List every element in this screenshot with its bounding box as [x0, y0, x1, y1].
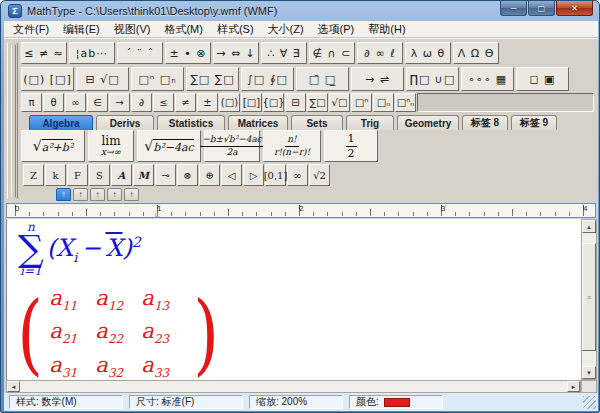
palette-greek-uppercase[interactable]: Λ Ω Θ — [453, 42, 499, 64]
palette-spaces-ellipses[interactable]: ¦ab⋯ — [69, 42, 115, 64]
menu-item-file[interactable]: 文件(F) — [6, 22, 56, 37]
quick-superscript-template[interactable]: □ⁿ — [351, 93, 372, 112]
status-color[interactable]: 颜色: — [349, 395, 443, 409]
matrix-expression[interactable]: ( a11 a12 a13 a21 a22 a23 a31 a32 a33 ) — [13, 287, 224, 380]
template-matrices[interactable]: ∘∘∘ ▦ — [461, 67, 514, 91]
equation-canvas[interactable]: n ∑ i=1 (Xi−X)2 ( a11 a12 a13 a21 a22 a2… — [6, 219, 581, 380]
status-zoom[interactable]: 缩放: 200% — [249, 395, 343, 409]
title-bar[interactable]: Σ MathType - C:\Users\think01\Desktop\y.… — [1, 1, 600, 21]
vertical-scrollbar[interactable]: ▲ ≡ ▼ — [581, 219, 597, 380]
scroll-down-arrow-icon[interactable]: ▼ — [582, 366, 596, 379]
quick-sum-template[interactable]: ∑□ — [307, 93, 328, 112]
template-products-set-theory[interactable]: ∏□ ∪□ — [406, 67, 459, 91]
style-fraktur-A[interactable]: A — [111, 164, 132, 186]
vertical-scroll-thumb[interactable]: ≡ — [582, 243, 596, 351]
palette-greek-lowercase[interactable]: λ ω θ — [405, 42, 451, 64]
scroll-left-arrow-icon[interactable]: ◄ — [7, 381, 20, 392]
horizontal-scrollbar[interactable]: ◄ ► — [6, 380, 581, 393]
quick-pi[interactable]: π — [21, 93, 42, 112]
status-style[interactable]: 样式: 数学(M) — [9, 395, 123, 409]
expr-combinations[interactable]: n! r!(n−r)! — [263, 130, 321, 162]
palette-operator-symbols[interactable]: ± • ⊗ — [165, 42, 211, 64]
palette-logic-symbols[interactable]: ∴ ∀ ∃ — [261, 42, 307, 64]
menu-item-size[interactable]: 大小(Z) — [261, 22, 311, 37]
template-subscripts-superscripts[interactable]: □ⁿ □ₙ — [131, 67, 184, 91]
expr-limit[interactable]: lim x→∞ — [88, 130, 134, 162]
status-size[interactable]: 尺寸: 标准(F) — [129, 395, 243, 409]
small-tab-3[interactable]: ↑ — [90, 188, 105, 201]
tab-trig[interactable]: Trig — [346, 115, 394, 130]
quick-subsuperscript-template[interactable]: □ⁿₙ — [395, 93, 416, 112]
template-fractions-radicals[interactable]: ⊟ √□ — [76, 67, 129, 91]
small-tab-2[interactable]: ↑ — [73, 188, 88, 201]
quick-plus-minus[interactable]: ± — [197, 93, 218, 112]
template-underbars-overbars[interactable]: □̄ □̲ — [296, 67, 349, 91]
quick-less-equal[interactable]: ≤ — [153, 93, 174, 112]
quick-element-of[interactable]: ∈ — [87, 93, 108, 112]
close-button[interactable]: ✕ — [556, 1, 593, 16]
expr-sqrt-discriminant[interactable]: √b²−4ac — [137, 130, 201, 162]
scroll-right-arrow-icon[interactable]: ► — [567, 381, 580, 392]
template-fences[interactable]: (□) [□] — [21, 67, 74, 91]
small-tab-1[interactable]: ↑ — [56, 188, 71, 201]
quick-parentheses-template[interactable]: (□) — [219, 93, 240, 112]
menu-item-view[interactable]: 视图(V) — [107, 22, 158, 37]
tab-stop-marker[interactable]: ∟ — [154, 211, 161, 218]
style-circled-plus[interactable]: ⊕ — [199, 164, 220, 186]
small-tab-4[interactable]: ↑ — [107, 188, 122, 201]
template-labeled-arrows[interactable]: → ⇌ — [351, 67, 404, 91]
expr-sqrt-a2-plus-b2[interactable]: √a²+b² — [21, 130, 85, 162]
summation-expression[interactable]: n ∑ i=1 (Xi−X)2 — [18, 221, 141, 277]
style-letter-S[interactable]: S — [89, 164, 110, 186]
style-letter-Z[interactable]: Z — [23, 164, 44, 186]
template-boxes[interactable]: ◻ ▣ — [516, 67, 569, 91]
tab-geometry[interactable]: Geometry — [397, 115, 459, 130]
quick-infinity[interactable]: ∞ — [65, 93, 86, 112]
quick-theta[interactable]: θ — [43, 93, 64, 112]
quick-fraction-template[interactable]: ⊟ — [285, 93, 306, 112]
toolbar-gripper[interactable] — [7, 43, 18, 199]
tab-derivs[interactable]: Derivs — [96, 115, 154, 130]
palette-set-theory-symbols[interactable]: ∉ ∩ ⊂ — [309, 42, 355, 64]
horizontal-scroll-track[interactable] — [20, 381, 567, 392]
quick-sqrt-template[interactable]: √□ — [329, 93, 350, 112]
vertical-scroll-track[interactable] — [582, 351, 596, 366]
quick-right-arrow[interactable]: → — [109, 93, 130, 112]
template-summations[interactable]: ∑□ ∑□ — [186, 67, 239, 91]
style-letter-F[interactable]: F — [67, 164, 88, 186]
ruler[interactable]: 0 1 2 3 4 ∟ — [6, 203, 596, 218]
style-fraktur-M[interactable]: M — [133, 164, 154, 186]
style-sqrt-2[interactable]: √2 — [309, 164, 330, 186]
tab-matrices[interactable]: Matrices — [228, 115, 288, 130]
quick-not-equal[interactable]: ≠ — [175, 93, 196, 112]
style-interval-01[interactable]: [0,1] — [265, 164, 286, 186]
quick-subscript-template[interactable]: □ₙ — [373, 93, 394, 112]
style-multimap[interactable]: ⊸ — [155, 164, 176, 186]
style-triangle-right[interactable]: ▷ — [243, 164, 264, 186]
expr-quadratic-formula[interactable]: −b±√b²−4ac 2a — [204, 130, 260, 162]
quick-partial[interactable]: ∂ — [131, 93, 152, 112]
small-tab-5[interactable]: ↑ — [124, 188, 139, 201]
menu-item-help[interactable]: 帮助(H) — [361, 22, 412, 37]
palette-embellishments[interactable]: ´ ¨ ˆ — [117, 42, 163, 64]
palette-misc-symbols[interactable]: ∂ ∞ ℓ — [357, 42, 403, 64]
style-triangle-left[interactable]: ◁ — [221, 164, 242, 186]
scroll-up-arrow-icon[interactable]: ▲ — [582, 220, 596, 233]
tab-label-9[interactable]: 标签 9 — [511, 115, 557, 130]
expr-one-half[interactable]: 1 2 — [324, 130, 378, 162]
maximize-button[interactable]: ▢ — [528, 1, 555, 16]
tab-algebra[interactable]: Algebra — [29, 115, 93, 130]
tab-label-8[interactable]: 标签 8 — [462, 115, 508, 130]
style-infinity[interactable]: ∞ — [287, 164, 308, 186]
template-integrals[interactable]: ∫□ ∮□ — [241, 67, 294, 91]
resize-grip[interactable] — [583, 396, 596, 409]
quick-braces-template[interactable]: {□} — [263, 93, 284, 112]
quick-brackets-template[interactable]: [□] — [241, 93, 262, 112]
minimize-button[interactable]: ─ — [500, 1, 527, 16]
palette-arrow-symbols[interactable]: → ⇔ ↓ — [213, 42, 259, 64]
palette-relational-symbols[interactable]: ≤ ≠ ≈ — [21, 42, 67, 64]
tab-sets[interactable]: Sets — [291, 115, 343, 130]
style-letter-k[interactable]: k — [45, 164, 66, 186]
menu-item-options[interactable]: 选项(P) — [311, 22, 362, 37]
menu-item-edit[interactable]: 编辑(E) — [56, 22, 107, 37]
